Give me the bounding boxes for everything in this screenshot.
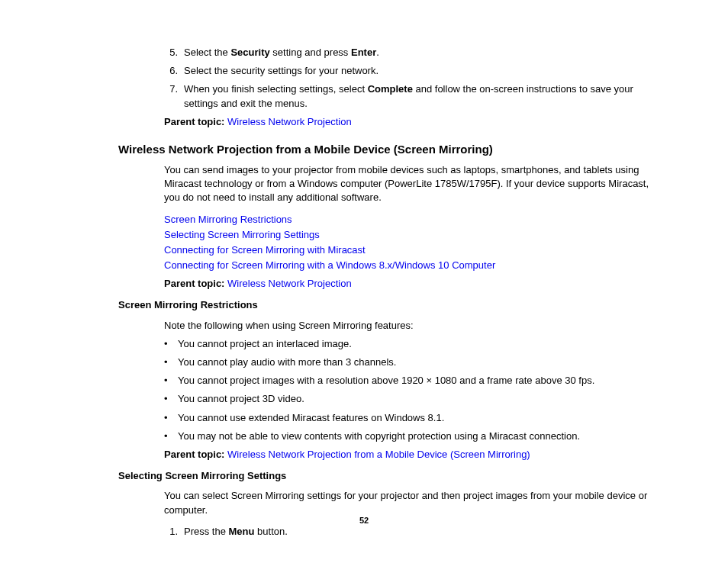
ordered-steps-list-2: 1. Press the Menu button. [164, 525, 652, 539]
topic-link[interactable]: Connecting for Screen Mirroring with a W… [164, 259, 495, 271]
restrictions-list: • You cannot project an interlaced image… [164, 337, 652, 443]
step-item: 7. When you finish selecting settings, s… [164, 82, 652, 110]
bullet-text: You may not be able to view contents wit… [178, 429, 652, 443]
bullet-text: You cannot project an interlaced image. [178, 337, 652, 351]
step-number: 5. [164, 46, 184, 60]
step-text: Select the security settings for your ne… [184, 64, 652, 78]
ordered-steps-list: 5. Select the Security setting and press… [164, 46, 652, 111]
step-number: 1. [164, 525, 184, 539]
parent-topic-2: Parent topic: Wireless Network Projectio… [164, 277, 652, 291]
bullet-icon: • [164, 411, 178, 425]
bullet-icon: • [164, 392, 178, 406]
topic-link[interactable]: Connecting for Screen Mirroring with Mir… [164, 244, 366, 256]
bullet-item: • You cannot project 3D video. [164, 392, 652, 406]
parent-topic-1: Parent topic: Wireless Network Projectio… [164, 115, 652, 129]
page-number: 52 [0, 515, 728, 526]
step-number: 7. [164, 82, 184, 110]
bullet-icon: • [164, 429, 178, 443]
parent-topic-label: Parent topic: [164, 116, 224, 127]
parent-topic-link[interactable]: Wireless Network Projection [227, 116, 352, 127]
subsection-heading: Selecting Screen Mirroring Settings [118, 469, 652, 483]
bullet-item: • You may not be able to view contents w… [164, 429, 652, 443]
step-text: When you finish selecting settings, sele… [184, 82, 652, 110]
bullet-icon: • [164, 355, 178, 369]
note-text: Note the following when using Screen Mir… [164, 319, 652, 333]
bullet-icon: • [164, 337, 178, 351]
step-item: 1. Press the Menu button. [164, 525, 652, 539]
topic-link[interactable]: Screen Mirroring Restrictions [164, 214, 292, 225]
topic-link[interactable]: Selecting Screen Mirroring Settings [164, 229, 320, 240]
bullet-text: You cannot play audio with more than 3 c… [178, 355, 652, 369]
bullet-item: • You cannot play audio with more than 3… [164, 355, 652, 369]
bullet-item: • You cannot project an interlaced image… [164, 337, 652, 351]
intro-paragraph: You can send images to your projector fr… [164, 163, 652, 205]
step-text: Select the Security setting and press En… [184, 46, 652, 60]
parent-topic-link[interactable]: Wireless Network Projection from a Mobil… [227, 449, 530, 460]
section-heading: Wireless Network Projection from a Mobil… [118, 141, 652, 157]
step-item: 6. Select the security settings for your… [164, 64, 652, 78]
parent-topic-3: Parent topic: Wireless Network Projectio… [164, 448, 652, 462]
subsection-heading: Screen Mirroring Restrictions [118, 298, 652, 312]
bullet-text: You cannot project 3D video. [178, 392, 652, 406]
bullet-text: You cannot project images with a resolut… [178, 374, 652, 388]
topic-links-list: Screen Mirroring Restrictions Selecting … [164, 213, 652, 273]
parent-topic-link[interactable]: Wireless Network Projection [227, 278, 352, 289]
bullet-text: You cannot use extended Miracast feature… [178, 411, 652, 425]
parent-topic-label: Parent topic: [164, 449, 224, 460]
step-text: Press the Menu button. [184, 525, 652, 539]
step-number: 6. [164, 64, 184, 78]
bullet-item: • You cannot project images with a resol… [164, 374, 652, 388]
intro-paragraph: You can select Screen Mirroring settings… [164, 489, 652, 516]
parent-topic-label: Parent topic: [164, 278, 224, 289]
bullet-item: • You cannot use extended Miracast featu… [164, 411, 652, 425]
bullet-icon: • [164, 374, 178, 388]
step-item: 5. Select the Security setting and press… [164, 46, 652, 60]
